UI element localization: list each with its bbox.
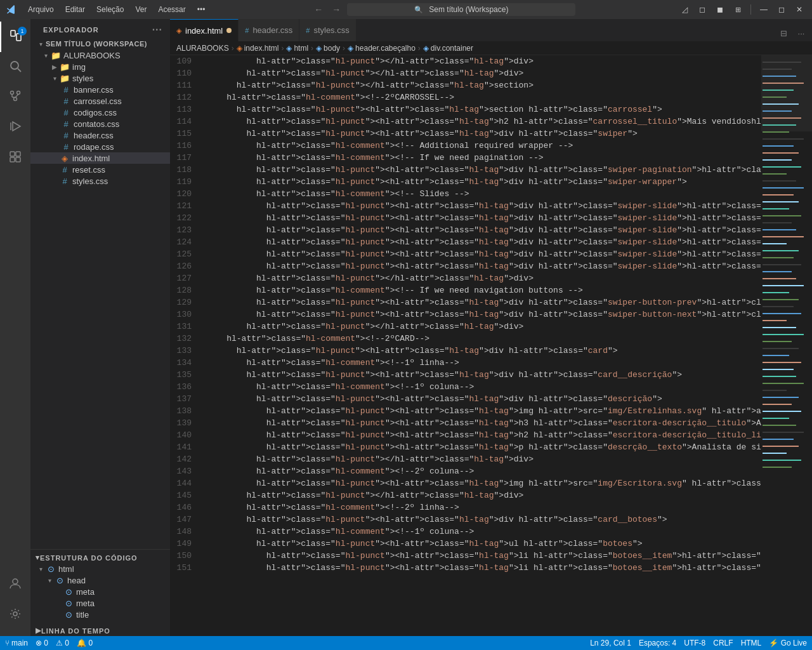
panel-toggle-button[interactable]: ◻ <box>695 2 710 17</box>
explorer-more-button[interactable]: ··· <box>152 24 162 36</box>
activity-extensions[interactable] <box>0 143 30 174</box>
structure-head[interactable]: ▾ ⊙ head <box>30 574 170 586</box>
code-line-146: hl-attr">class="hl-comment"><!--2º linha… <box>207 501 761 514</box>
head-struct-icon: ⊙ <box>55 575 65 585</box>
cursor-position[interactable]: Ln 29, Col 1 <box>590 639 631 647</box>
file-rodape-css[interactable]: # rodape.css <box>30 141 170 152</box>
search-text: Sem título (Workspace) <box>429 5 508 14</box>
code-line-112: hl-attr">class="hl-comment"><!--2ºCARROS… <box>207 91 761 103</box>
file-header-css[interactable]: # header.css <box>30 129 170 141</box>
tab-actions: ⊟ ··· <box>775 25 812 41</box>
line-numbers: 1091101111121131141151161171181191201211… <box>170 55 202 636</box>
reset-arrow <box>49 164 60 175</box>
code-content[interactable]: hl-attr">class="hl-punct"></hl-attr">cla… <box>202 55 761 636</box>
bc-html[interactable]: ◈ html <box>286 44 308 53</box>
language-mode[interactable]: HTML <box>741 639 762 647</box>
activity-settings[interactable] <box>0 600 30 631</box>
menu-ver[interactable]: Ver <box>130 4 152 15</box>
errors-status[interactable]: ⊗ 0 <box>36 639 48 647</box>
timeline-arrow: ▶ <box>36 627 41 635</box>
nav-back-button[interactable]: ← <box>311 3 325 17</box>
activity-search[interactable] <box>0 52 30 83</box>
menu-acessar[interactable]: Acessar <box>153 4 190 15</box>
head-struct-arrow: ▾ <box>44 575 55 585</box>
code-line-150: hl-attr">class="hl-punct"><hl-attr">clas… <box>207 550 761 562</box>
file-index-html[interactable]: ◈ index.html <box>30 152 170 164</box>
structure-html[interactable]: ▾ ⊙ html <box>30 563 170 574</box>
code-line-148: hl-attr">class="hl-comment"><!--1º colun… <box>207 526 761 538</box>
file-styles-css[interactable]: # styles.css <box>30 175 170 187</box>
file-reset-css[interactable]: # reset.css <box>30 164 170 175</box>
split-editor-button[interactable]: ⊟ <box>775 25 792 41</box>
file-carrossel-css[interactable]: # carrossel.css <box>30 95 170 107</box>
sidebar-toggle-button[interactable]: ◿ <box>677 2 692 17</box>
bc-container-icon: ◈ <box>423 44 429 53</box>
html-struct-arrow: ▾ <box>36 564 46 574</box>
tab-index-html[interactable]: ◈ index.html <box>170 19 239 41</box>
tab-header-css[interactable]: # header.css <box>239 19 299 41</box>
bc-alurabooks[interactable]: ALURABOOKS <box>176 44 229 53</box>
html-struct-label: html <box>58 564 74 574</box>
menu-arquivo[interactable]: Arquivo <box>23 4 59 15</box>
code-line-144: hl-attr">class="hl-punct"><hl-attr">clas… <box>207 477 761 489</box>
workspace-item[interactable]: ▾ SEM TÍTULO (WORKSPACE) <box>30 38 170 50</box>
activity-accounts[interactable] <box>0 570 30 600</box>
timeline-header[interactable]: ▶ LINHA DO TEMPO <box>30 623 170 636</box>
bc-sep4: › <box>343 44 345 53</box>
structure-meta-1[interactable]: ⊙ meta <box>30 586 170 597</box>
code-line-151: hl-attr">class="hl-punct"><hl-attr">clas… <box>207 562 761 574</box>
customize-layout-button[interactable]: ⊞ <box>730 2 745 17</box>
minimize-button[interactable]: — <box>756 2 771 17</box>
warnings-status[interactable]: ⚠ 0 <box>56 639 69 647</box>
tab-styles-css[interactable]: # styles.css <box>299 19 356 41</box>
sidebar: EXPLORADOR ··· ▾ SEM TÍTULO (WORKSPACE) … <box>30 19 170 636</box>
structure-header[interactable]: ▾ ESTRUTURA DO CÓDIGO <box>30 550 170 563</box>
indentation[interactable]: Espaços: 4 <box>639 639 676 647</box>
menu-editar[interactable]: Editar <box>60 4 90 15</box>
go-live-label: ⚡ Go Live <box>769 639 807 647</box>
bc-index[interactable]: ◈ index.html <box>237 44 279 53</box>
layout-button[interactable]: ◼ <box>712 2 728 17</box>
bc-sep3: › <box>311 44 313 53</box>
code-line-136: hl-attr">class="hl-comment"><!--1º colun… <box>207 381 761 393</box>
reset-css-icon: # <box>60 164 70 175</box>
file-contatos-css[interactable]: # contatos.css <box>30 118 170 129</box>
structure-title[interactable]: ⊙ title <box>30 609 170 620</box>
activity-run[interactable] <box>0 113 30 143</box>
styles-css-arrow <box>49 176 60 186</box>
close-button[interactable]: ✕ <box>792 2 807 17</box>
git-icon <box>9 90 22 106</box>
code-line-140: hl-attr">class="hl-punct"><hl-attr">clas… <box>207 429 761 441</box>
code-line-129: hl-attr">class="hl-punct"><hl-attr">clas… <box>207 296 761 308</box>
svg-point-17 <box>13 612 17 616</box>
git-branch-status[interactable]: ⑂ main <box>5 639 28 647</box>
go-live-button[interactable]: ⚡ Go Live <box>769 639 807 647</box>
bc-header[interactable]: ◈ header.cabeçalho <box>348 44 416 53</box>
folder-alurabooks[interactable]: ▾ 📁 ALURABOOKS <box>30 50 170 61</box>
banner-css-label: banner.css <box>74 85 114 95</box>
file-codigos-css[interactable]: # codigos.css <box>30 107 170 118</box>
file-banner-css[interactable]: # banner.css <box>30 84 170 95</box>
menu-more[interactable]: ••• <box>192 4 211 15</box>
meta2-icon: ⊙ <box>63 598 74 608</box>
activity-git[interactable] <box>0 83 30 113</box>
encoding[interactable]: UTF-8 <box>684 639 705 647</box>
alurabooks-label: ALURABOOKS <box>63 51 121 60</box>
rodape-css-icon: # <box>61 142 71 152</box>
folder-img[interactable]: ▶ 📁 img <box>30 61 170 72</box>
menu-selecao[interactable]: Seleção <box>91 4 129 15</box>
more-actions-button[interactable]: ··· <box>793 25 809 41</box>
structure-meta-2[interactable]: ⊙ meta <box>30 597 170 609</box>
bc-alurabooks-label: ALURABOOKS <box>176 44 229 53</box>
line-ending[interactable]: CRLF <box>713 639 733 647</box>
folder-styles[interactable]: ▾ 📁 styles <box>30 72 170 84</box>
notifications-status[interactable]: 🔔 0 <box>77 639 93 647</box>
bc-container[interactable]: ◈ div.container <box>423 44 473 53</box>
search-bar[interactable]: 🔍 Sem título (Workspace) <box>347 3 575 16</box>
bc-sep5: › <box>418 44 421 53</box>
encoding-label: UTF-8 <box>684 639 705 647</box>
activity-explorer[interactable]: 1 <box>0 22 30 52</box>
maximize-button[interactable]: ◻ <box>774 2 789 17</box>
nav-forward-button[interactable]: → <box>329 3 343 17</box>
bc-body[interactable]: ◈ body <box>316 44 340 53</box>
